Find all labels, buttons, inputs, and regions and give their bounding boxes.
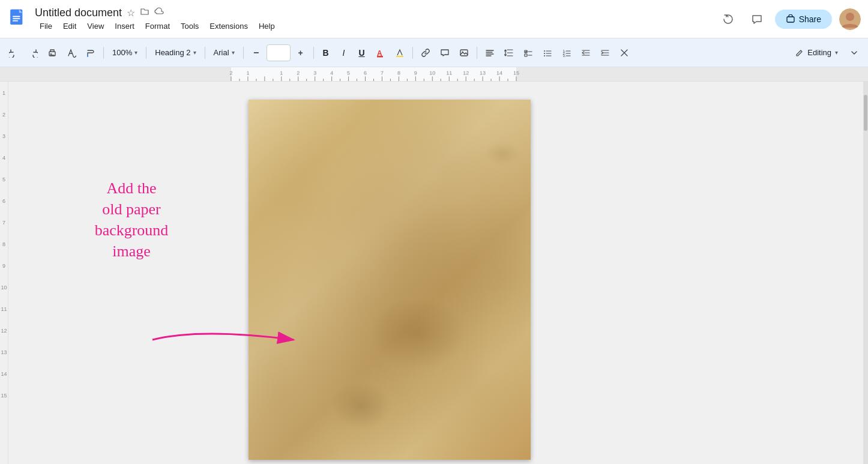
separator3 bbox=[205, 47, 205, 59]
checklist-button[interactable] bbox=[519, 44, 537, 62]
title-actions: Share bbox=[717, 8, 861, 30]
separator1 bbox=[103, 47, 104, 59]
bold-button[interactable]: B bbox=[318, 44, 334, 61]
v-ruler-10: 10 bbox=[1, 285, 7, 291]
separator6 bbox=[412, 47, 413, 59]
folder-icon[interactable] bbox=[140, 7, 149, 19]
svg-point-17 bbox=[544, 53, 545, 54]
line-spacing-button[interactable] bbox=[500, 44, 518, 62]
font-size-decrease[interactable]: − bbox=[247, 44, 265, 62]
annotation-line1: Add the bbox=[20, 178, 243, 199]
doc-page[interactable] bbox=[249, 100, 531, 460]
svg-rect-2 bbox=[13, 16, 20, 17]
toolbar: 100% ▾ Heading 2 ▾ Arial ▾ − 17 + B I U … bbox=[0, 38, 868, 67]
number-list-button[interactable]: 1.2.3. bbox=[558, 44, 576, 62]
clear-format-button[interactable] bbox=[615, 44, 633, 62]
spellcheck-button[interactable] bbox=[62, 44, 80, 62]
style-dropdown[interactable]: Heading 2 ▾ bbox=[150, 44, 200, 62]
style-value: Heading 2 bbox=[155, 48, 190, 57]
menu-file[interactable]: File bbox=[35, 20, 57, 32]
v-ruler-6: 6 bbox=[2, 198, 5, 204]
menu-insert[interactable]: Insert bbox=[110, 20, 139, 32]
paper-texture bbox=[249, 100, 531, 460]
separator4 bbox=[243, 47, 244, 59]
svg-text:3.: 3. bbox=[562, 54, 565, 58]
vertical-ruler: 1 2 3 4 5 6 7 8 9 10 11 12 13 14 15 bbox=[0, 82, 8, 464]
v-ruler-8: 8 bbox=[2, 241, 5, 247]
insert-comment-button[interactable] bbox=[436, 44, 454, 62]
svg-rect-5 bbox=[787, 17, 794, 22]
editing-mode-button[interactable]: Editing ▾ bbox=[789, 44, 844, 62]
v-ruler-4: 4 bbox=[2, 155, 5, 161]
zoom-dropdown[interactable]: 100% ▾ bbox=[107, 44, 142, 62]
share-button[interactable]: Share bbox=[775, 10, 832, 29]
menu-format[interactable]: Format bbox=[140, 20, 175, 32]
v-ruler-3: 3 bbox=[2, 133, 5, 139]
text-color-button[interactable]: A bbox=[372, 44, 390, 62]
star-icon[interactable]: ☆ bbox=[127, 7, 135, 19]
increase-indent-button[interactable] bbox=[596, 44, 614, 62]
menu-edit[interactable]: Edit bbox=[58, 20, 81, 32]
annotation: Add the old paper background image bbox=[20, 178, 243, 262]
title-bar: Untitled document ☆ File Edit View Inser… bbox=[0, 0, 868, 38]
ruler bbox=[0, 67, 868, 82]
doc-title-row: Untitled document ☆ bbox=[35, 7, 717, 19]
menu-help[interactable]: Help bbox=[254, 20, 280, 32]
separator7 bbox=[477, 47, 477, 59]
svg-rect-10 bbox=[377, 56, 383, 58]
font-dropdown[interactable]: Arial ▾ bbox=[209, 44, 240, 62]
svg-rect-3 bbox=[13, 18, 20, 19]
svg-rect-15 bbox=[525, 54, 527, 56]
comments-button[interactable] bbox=[746, 8, 768, 30]
svg-rect-11 bbox=[396, 56, 403, 57]
collapse-toolbar-button[interactable] bbox=[845, 44, 863, 62]
scrollbar-right[interactable] bbox=[863, 82, 868, 464]
menu-extensions[interactable]: Extensions bbox=[205, 20, 253, 32]
doc-title[interactable]: Untitled document bbox=[35, 7, 122, 19]
redo-button[interactable] bbox=[24, 44, 42, 62]
zoom-value: 100% bbox=[112, 48, 132, 57]
v-ruler-14: 14 bbox=[1, 371, 7, 377]
doc-page-wrapper: Add the old paper background image bbox=[20, 94, 851, 464]
v-ruler-13: 13 bbox=[1, 349, 7, 355]
menu-view[interactable]: View bbox=[82, 20, 109, 32]
undo-button[interactable] bbox=[5, 44, 23, 62]
italic-button[interactable]: I bbox=[336, 44, 352, 61]
menu-bar: File Edit View Insert Format Tools Exten… bbox=[35, 20, 717, 32]
print-button[interactable] bbox=[43, 44, 61, 62]
v-ruler-1: 1 bbox=[2, 90, 5, 96]
v-ruler-12: 12 bbox=[1, 328, 7, 334]
bullet-list-button[interactable] bbox=[538, 44, 556, 62]
svg-point-7 bbox=[846, 13, 854, 21]
docs-icon bbox=[7, 8, 29, 30]
separator5 bbox=[313, 47, 314, 59]
insert-image-button[interactable] bbox=[455, 44, 473, 62]
avatar[interactable] bbox=[839, 8, 861, 30]
main-content: 1 2 3 4 5 6 7 8 9 10 11 12 13 14 15 Add … bbox=[0, 82, 868, 464]
title-section: Untitled document ☆ File Edit View Inser… bbox=[35, 7, 717, 32]
separator2 bbox=[146, 47, 146, 59]
cloud-save-icon[interactable] bbox=[154, 7, 164, 19]
align-button[interactable] bbox=[481, 44, 499, 62]
v-ruler-2: 2 bbox=[2, 112, 5, 118]
style-arrow: ▾ bbox=[193, 49, 196, 56]
svg-rect-12 bbox=[460, 50, 468, 56]
menu-tools[interactable]: Tools bbox=[176, 20, 203, 32]
doc-scroll-area[interactable]: Add the old paper background image bbox=[8, 82, 863, 464]
font-size-input[interactable]: 17 bbox=[267, 44, 291, 61]
v-ruler-11: 11 bbox=[1, 306, 7, 312]
paint-format-button[interactable] bbox=[82, 44, 100, 62]
insert-link-button[interactable] bbox=[417, 44, 435, 62]
svg-point-18 bbox=[544, 55, 545, 56]
scrollbar-thumb[interactable] bbox=[864, 95, 867, 131]
history-button[interactable] bbox=[717, 8, 739, 30]
annotation-line3: background bbox=[20, 220, 243, 241]
editing-arrow: ▾ bbox=[835, 49, 838, 56]
font-arrow: ▾ bbox=[232, 49, 235, 56]
font-size-increase[interactable]: + bbox=[292, 44, 310, 62]
share-label: Share bbox=[799, 14, 821, 24]
underline-button[interactable]: U bbox=[354, 44, 370, 61]
svg-point-16 bbox=[544, 50, 545, 52]
decrease-indent-button[interactable] bbox=[577, 44, 595, 62]
highlight-color-button[interactable] bbox=[391, 44, 409, 62]
